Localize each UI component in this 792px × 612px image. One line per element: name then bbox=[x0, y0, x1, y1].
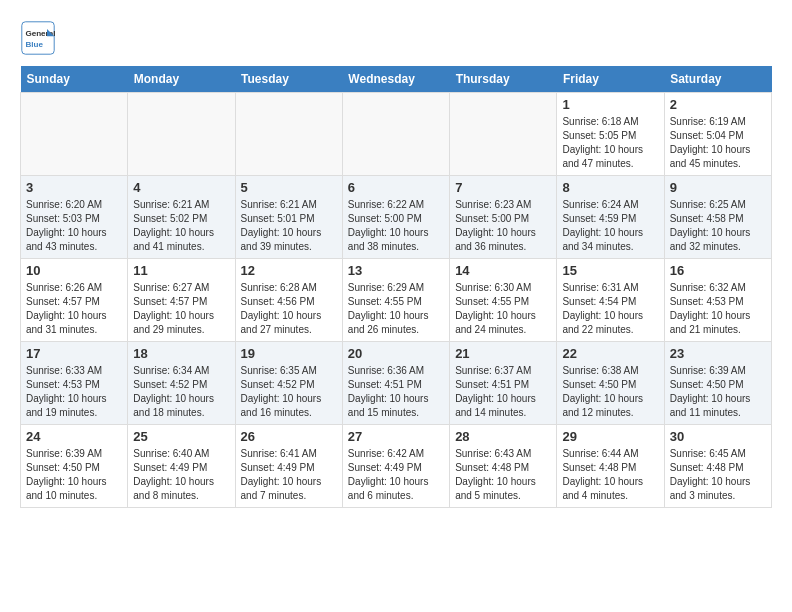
day-number: 16 bbox=[670, 263, 766, 278]
weekday-header-tuesday: Tuesday bbox=[235, 66, 342, 93]
day-number: 21 bbox=[455, 346, 551, 361]
day-info: Sunrise: 6:21 AMSunset: 5:01 PMDaylight:… bbox=[241, 198, 337, 254]
calendar-cell: 23Sunrise: 6:39 AMSunset: 4:50 PMDayligh… bbox=[664, 342, 771, 425]
calendar-cell: 20Sunrise: 6:36 AMSunset: 4:51 PMDayligh… bbox=[342, 342, 449, 425]
day-info: Sunrise: 6:23 AMSunset: 5:00 PMDaylight:… bbox=[455, 198, 551, 254]
day-info: Sunrise: 6:37 AMSunset: 4:51 PMDaylight:… bbox=[455, 364, 551, 420]
calendar-cell bbox=[342, 93, 449, 176]
day-number: 9 bbox=[670, 180, 766, 195]
calendar-cell: 4Sunrise: 6:21 AMSunset: 5:02 PMDaylight… bbox=[128, 176, 235, 259]
day-number: 7 bbox=[455, 180, 551, 195]
day-number: 10 bbox=[26, 263, 122, 278]
day-info: Sunrise: 6:44 AMSunset: 4:48 PMDaylight:… bbox=[562, 447, 658, 503]
day-info: Sunrise: 6:32 AMSunset: 4:53 PMDaylight:… bbox=[670, 281, 766, 337]
day-number: 2 bbox=[670, 97, 766, 112]
day-number: 5 bbox=[241, 180, 337, 195]
calendar-cell: 11Sunrise: 6:27 AMSunset: 4:57 PMDayligh… bbox=[128, 259, 235, 342]
weekday-header-saturday: Saturday bbox=[664, 66, 771, 93]
day-info: Sunrise: 6:39 AMSunset: 4:50 PMDaylight:… bbox=[670, 364, 766, 420]
day-info: Sunrise: 6:31 AMSunset: 4:54 PMDaylight:… bbox=[562, 281, 658, 337]
weekday-header-wednesday: Wednesday bbox=[342, 66, 449, 93]
day-number: 6 bbox=[348, 180, 444, 195]
calendar-cell: 30Sunrise: 6:45 AMSunset: 4:48 PMDayligh… bbox=[664, 425, 771, 508]
calendar-week-row: 3Sunrise: 6:20 AMSunset: 5:03 PMDaylight… bbox=[21, 176, 772, 259]
calendar-header-row: SundayMondayTuesdayWednesdayThursdayFrid… bbox=[21, 66, 772, 93]
calendar-week-row: 10Sunrise: 6:26 AMSunset: 4:57 PMDayligh… bbox=[21, 259, 772, 342]
day-number: 13 bbox=[348, 263, 444, 278]
day-number: 4 bbox=[133, 180, 229, 195]
day-info: Sunrise: 6:36 AMSunset: 4:51 PMDaylight:… bbox=[348, 364, 444, 420]
day-info: Sunrise: 6:27 AMSunset: 4:57 PMDaylight:… bbox=[133, 281, 229, 337]
day-number: 25 bbox=[133, 429, 229, 444]
day-info: Sunrise: 6:39 AMSunset: 4:50 PMDaylight:… bbox=[26, 447, 122, 503]
day-info: Sunrise: 6:33 AMSunset: 4:53 PMDaylight:… bbox=[26, 364, 122, 420]
calendar-cell: 15Sunrise: 6:31 AMSunset: 4:54 PMDayligh… bbox=[557, 259, 664, 342]
calendar-table: SundayMondayTuesdayWednesdayThursdayFrid… bbox=[20, 66, 772, 508]
calendar-cell: 8Sunrise: 6:24 AMSunset: 4:59 PMDaylight… bbox=[557, 176, 664, 259]
calendar-cell: 17Sunrise: 6:33 AMSunset: 4:53 PMDayligh… bbox=[21, 342, 128, 425]
calendar-cell bbox=[21, 93, 128, 176]
day-number: 3 bbox=[26, 180, 122, 195]
calendar-cell: 10Sunrise: 6:26 AMSunset: 4:57 PMDayligh… bbox=[21, 259, 128, 342]
calendar-cell: 26Sunrise: 6:41 AMSunset: 4:49 PMDayligh… bbox=[235, 425, 342, 508]
calendar-week-row: 24Sunrise: 6:39 AMSunset: 4:50 PMDayligh… bbox=[21, 425, 772, 508]
weekday-header-sunday: Sunday bbox=[21, 66, 128, 93]
day-number: 12 bbox=[241, 263, 337, 278]
weekday-header-thursday: Thursday bbox=[450, 66, 557, 93]
day-info: Sunrise: 6:25 AMSunset: 4:58 PMDaylight:… bbox=[670, 198, 766, 254]
day-number: 19 bbox=[241, 346, 337, 361]
calendar-cell: 6Sunrise: 6:22 AMSunset: 5:00 PMDaylight… bbox=[342, 176, 449, 259]
calendar-cell: 24Sunrise: 6:39 AMSunset: 4:50 PMDayligh… bbox=[21, 425, 128, 508]
weekday-header-monday: Monday bbox=[128, 66, 235, 93]
calendar-week-row: 17Sunrise: 6:33 AMSunset: 4:53 PMDayligh… bbox=[21, 342, 772, 425]
weekday-header-friday: Friday bbox=[557, 66, 664, 93]
calendar-cell: 3Sunrise: 6:20 AMSunset: 5:03 PMDaylight… bbox=[21, 176, 128, 259]
calendar-cell: 5Sunrise: 6:21 AMSunset: 5:01 PMDaylight… bbox=[235, 176, 342, 259]
calendar-cell: 22Sunrise: 6:38 AMSunset: 4:50 PMDayligh… bbox=[557, 342, 664, 425]
day-info: Sunrise: 6:40 AMSunset: 4:49 PMDaylight:… bbox=[133, 447, 229, 503]
calendar-cell: 29Sunrise: 6:44 AMSunset: 4:48 PMDayligh… bbox=[557, 425, 664, 508]
logo: General Blue bbox=[20, 20, 56, 56]
day-info: Sunrise: 6:22 AMSunset: 5:00 PMDaylight:… bbox=[348, 198, 444, 254]
day-info: Sunrise: 6:28 AMSunset: 4:56 PMDaylight:… bbox=[241, 281, 337, 337]
calendar-cell: 28Sunrise: 6:43 AMSunset: 4:48 PMDayligh… bbox=[450, 425, 557, 508]
calendar-cell: 7Sunrise: 6:23 AMSunset: 5:00 PMDaylight… bbox=[450, 176, 557, 259]
day-info: Sunrise: 6:24 AMSunset: 4:59 PMDaylight:… bbox=[562, 198, 658, 254]
calendar-cell: 1Sunrise: 6:18 AMSunset: 5:05 PMDaylight… bbox=[557, 93, 664, 176]
calendar-cell: 27Sunrise: 6:42 AMSunset: 4:49 PMDayligh… bbox=[342, 425, 449, 508]
calendar-cell: 19Sunrise: 6:35 AMSunset: 4:52 PMDayligh… bbox=[235, 342, 342, 425]
day-number: 29 bbox=[562, 429, 658, 444]
day-number: 22 bbox=[562, 346, 658, 361]
calendar-cell: 14Sunrise: 6:30 AMSunset: 4:55 PMDayligh… bbox=[450, 259, 557, 342]
day-number: 30 bbox=[670, 429, 766, 444]
day-number: 15 bbox=[562, 263, 658, 278]
calendar-cell: 21Sunrise: 6:37 AMSunset: 4:51 PMDayligh… bbox=[450, 342, 557, 425]
day-info: Sunrise: 6:34 AMSunset: 4:52 PMDaylight:… bbox=[133, 364, 229, 420]
calendar-week-row: 1Sunrise: 6:18 AMSunset: 5:05 PMDaylight… bbox=[21, 93, 772, 176]
day-info: Sunrise: 6:45 AMSunset: 4:48 PMDaylight:… bbox=[670, 447, 766, 503]
day-number: 24 bbox=[26, 429, 122, 444]
day-info: Sunrise: 6:26 AMSunset: 4:57 PMDaylight:… bbox=[26, 281, 122, 337]
calendar-cell: 25Sunrise: 6:40 AMSunset: 4:49 PMDayligh… bbox=[128, 425, 235, 508]
day-info: Sunrise: 6:29 AMSunset: 4:55 PMDaylight:… bbox=[348, 281, 444, 337]
logo-icon: General Blue bbox=[20, 20, 56, 56]
day-number: 23 bbox=[670, 346, 766, 361]
calendar-cell bbox=[235, 93, 342, 176]
day-number: 27 bbox=[348, 429, 444, 444]
day-info: Sunrise: 6:41 AMSunset: 4:49 PMDaylight:… bbox=[241, 447, 337, 503]
day-number: 8 bbox=[562, 180, 658, 195]
day-info: Sunrise: 6:20 AMSunset: 5:03 PMDaylight:… bbox=[26, 198, 122, 254]
calendar-cell: 13Sunrise: 6:29 AMSunset: 4:55 PMDayligh… bbox=[342, 259, 449, 342]
calendar-cell: 2Sunrise: 6:19 AMSunset: 5:04 PMDaylight… bbox=[664, 93, 771, 176]
day-number: 1 bbox=[562, 97, 658, 112]
calendar-cell: 12Sunrise: 6:28 AMSunset: 4:56 PMDayligh… bbox=[235, 259, 342, 342]
calendar-cell bbox=[450, 93, 557, 176]
day-number: 14 bbox=[455, 263, 551, 278]
day-number: 28 bbox=[455, 429, 551, 444]
calendar-cell bbox=[128, 93, 235, 176]
day-info: Sunrise: 6:43 AMSunset: 4:48 PMDaylight:… bbox=[455, 447, 551, 503]
day-info: Sunrise: 6:19 AMSunset: 5:04 PMDaylight:… bbox=[670, 115, 766, 171]
day-number: 17 bbox=[26, 346, 122, 361]
day-info: Sunrise: 6:35 AMSunset: 4:52 PMDaylight:… bbox=[241, 364, 337, 420]
calendar-cell: 18Sunrise: 6:34 AMSunset: 4:52 PMDayligh… bbox=[128, 342, 235, 425]
